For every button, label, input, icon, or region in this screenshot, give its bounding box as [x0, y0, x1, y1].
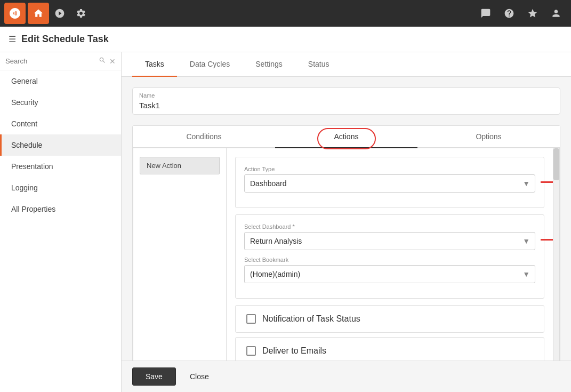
search-icon[interactable]: [99, 57, 106, 66]
panel-layout: New Action Add Delete Action: [133, 148, 560, 361]
close-button[interactable]: Close: [181, 367, 218, 386]
help-nav-btn[interactable]: [498, 3, 520, 24]
bottom-bar: Save Close: [122, 361, 571, 392]
sub-tab-options[interactable]: Options: [417, 126, 560, 148]
select-dashboard-label: Select Dashboard *: [244, 223, 535, 230]
action-list-item[interactable]: New Action: [140, 157, 220, 174]
name-field-container: Name Task1: [132, 87, 560, 115]
sidebar-item-content[interactable]: Content: [0, 113, 121, 134]
notification-label[interactable]: Notification of Task Status: [262, 314, 360, 324]
home-nav-btn[interactable]: [28, 3, 49, 24]
search-input[interactable]: [5, 57, 95, 65]
save-button[interactable]: Save: [132, 367, 176, 386]
name-field-value: Task1: [139, 101, 553, 110]
action-details-panel: Action Type Dashboard Email Export Scrip…: [227, 148, 553, 361]
select-bookmark-group: Select Bookmark (Home)(admin) (None) ▼: [244, 257, 535, 283]
select-dashboard-group: Select Dashboard * Return Analysis Sales…: [244, 223, 535, 250]
action-list-panel: New Action Add Delete: [133, 148, 227, 361]
sidebar-item-schedule[interactable]: Schedule: [0, 134, 121, 156]
action-type-label: Action Type: [244, 166, 535, 172]
user-nav-btn[interactable]: [545, 3, 567, 24]
action-type-select[interactable]: Dashboard Email Export Script: [244, 174, 535, 193]
chat-nav-btn[interactable]: [475, 3, 496, 24]
action-type-group: Action Type Dashboard Email Export Scrip…: [244, 166, 535, 193]
notification-section: Notification of Task Status: [235, 305, 544, 333]
main-content: Tasks Data Cycles Settings Status Name T…: [122, 52, 571, 392]
search-box: ✕: [0, 52, 121, 70]
arrow-line-2: [541, 239, 553, 241]
tab-settings[interactable]: Settings: [243, 52, 295, 77]
sidebar-item-security[interactable]: Security: [0, 92, 121, 113]
arrow-annotation-2: [541, 236, 553, 243]
select-bookmark-select[interactable]: (Home)(admin) (None): [244, 265, 535, 283]
activity-nav-btn[interactable]: [49, 3, 70, 24]
main-layout: ✕ General Security Content Schedule Pres…: [0, 52, 571, 392]
deliver-emails-label[interactable]: Deliver to Emails: [262, 346, 326, 356]
action-list-footer: Add Delete: [140, 356, 220, 361]
sidebar-item-general[interactable]: General: [0, 70, 121, 92]
app-logo[interactable]: [4, 3, 26, 24]
sidebar-item-presentation[interactable]: Presentation: [0, 156, 121, 177]
deliver-emails-section: Deliver to Emails: [235, 337, 544, 361]
select-dashboard-wrapper: Return Analysis Sales Dashboard Overview…: [244, 232, 535, 250]
top-nav: [0, 0, 571, 27]
select-bookmark-wrapper: (Home)(admin) (None) ▼: [244, 265, 535, 283]
menu-toggle[interactable]: ☰: [9, 34, 16, 44]
sidebar-nav: General Security Content Schedule Presen…: [0, 70, 121, 392]
page-header: ☰ Edit Schedule Task: [0, 27, 571, 52]
action-type-section: Action Type Dashboard Email Export Scrip…: [235, 157, 544, 208]
search-clear-icon[interactable]: ✕: [109, 57, 116, 66]
arrow-annotation-1: [541, 178, 553, 186]
select-dashboard-select[interactable]: Return Analysis Sales Dashboard Overview: [244, 232, 535, 250]
select-bookmark-label: Select Bookmark: [244, 257, 535, 263]
action-type-select-wrapper: Dashboard Email Export Script ▼: [244, 174, 535, 193]
arrow-line-1: [541, 181, 553, 183]
scrollbar-track[interactable]: [553, 148, 559, 361]
sidebar: ✕ General Security Content Schedule Pres…: [0, 52, 122, 392]
tab-data-cycles[interactable]: Data Cycles: [177, 52, 243, 77]
tab-status[interactable]: Status: [295, 52, 342, 77]
sub-panel: Conditions Actions Options: [132, 125, 560, 361]
settings-nav-btn[interactable]: [70, 3, 92, 24]
sub-tab-actions[interactable]: Actions: [275, 126, 417, 148]
scrollbar-thumb[interactable]: [553, 148, 559, 180]
top-tabs: Tasks Data Cycles Settings Status: [122, 52, 571, 77]
notification-checkbox[interactable]: [246, 314, 256, 324]
dashboard-section: Select Dashboard * Return Analysis Sales…: [235, 214, 544, 299]
sub-tabs: Conditions Actions Options: [133, 126, 560, 148]
deliver-emails-checkbox[interactable]: [246, 346, 256, 356]
sidebar-item-logging[interactable]: Logging: [0, 177, 121, 198]
star-nav-btn[interactable]: [522, 3, 543, 24]
tab-tasks[interactable]: Tasks: [132, 52, 177, 77]
page-title: Edit Schedule Task: [21, 34, 109, 45]
sub-tab-conditions[interactable]: Conditions: [133, 126, 275, 148]
sidebar-item-all-properties[interactable]: All Properties: [0, 198, 121, 220]
name-field-label: Name: [139, 92, 553, 99]
nav-right-icons: [475, 3, 567, 24]
content-area: Name Task1 Conditions Actions Optio: [122, 77, 571, 361]
